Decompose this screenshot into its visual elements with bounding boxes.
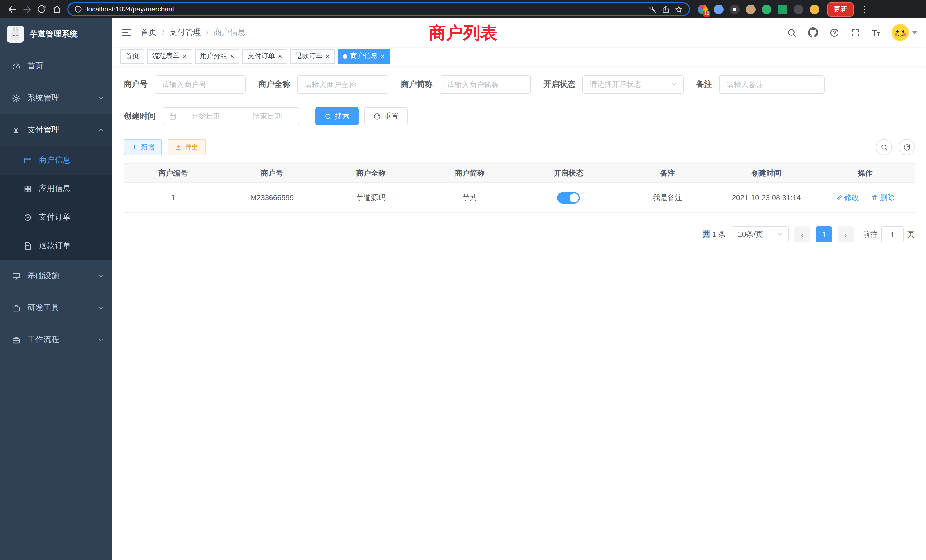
export-button[interactable]: 导出 (168, 139, 206, 155)
sidebar-item-infrastructure[interactable]: 基础设施 (0, 260, 112, 292)
tab-home[interactable]: 首页 (120, 49, 144, 64)
browser-menu-icon[interactable]: ⋮ (859, 4, 870, 14)
help-icon[interactable] (829, 28, 839, 37)
edit-button-label: 修改 (844, 192, 859, 203)
filter-buttons: 搜索 重置 (315, 107, 408, 126)
tab-pay-order[interactable]: 支付订单 × (242, 49, 287, 64)
close-icon[interactable]: × (325, 53, 330, 60)
chevron-down-icon (97, 304, 104, 311)
jump-suffix: 页 (907, 229, 915, 239)
filter-status: 开启状态 请选择开启状态 (543, 75, 684, 94)
toggle-search-button[interactable] (876, 139, 892, 155)
github-icon[interactable] (808, 27, 818, 38)
key-icon[interactable] (648, 5, 657, 14)
extension-icon[interactable] (809, 4, 819, 14)
tab-refund-order[interactable]: 退款订单 × (290, 49, 335, 64)
close-icon[interactable]: × (381, 53, 385, 60)
extension-icon[interactable] (794, 4, 803, 14)
page-size-select[interactable]: 10条/页 (732, 226, 788, 242)
breadcrumb: 首页 / 支付管理 / 商户信息 (141, 27, 246, 38)
tab-process-form[interactable]: 流程表单 × (147, 49, 192, 64)
search-button[interactable]: 搜索 (315, 107, 359, 126)
info-icon[interactable] (74, 5, 82, 13)
user-menu[interactable] (892, 24, 917, 41)
filter-remark: 备注 (696, 75, 825, 94)
remark-input[interactable] (719, 75, 825, 94)
monitor-icon (11, 272, 21, 280)
address-bar[interactable]: localhost:1024/pay/merchant (67, 2, 690, 16)
jump-page-input[interactable] (881, 226, 904, 242)
extension-icon[interactable] (746, 4, 755, 14)
back-icon[interactable] (5, 2, 20, 17)
fullscreen-icon[interactable] (850, 28, 860, 37)
browser-update-button[interactable]: 更新 (828, 2, 853, 16)
status-select[interactable]: 请选择开启状态 (582, 75, 684, 94)
logo-avatar (7, 26, 24, 43)
document-icon (23, 242, 32, 250)
toggle-knob (570, 193, 579, 202)
breadcrumb-payment[interactable]: 支付管理 (169, 27, 201, 38)
reset-button[interactable]: 重置 (365, 107, 408, 126)
edit-button[interactable]: 修改 (836, 192, 859, 203)
pagination-jump: 前往 页 (863, 226, 915, 242)
sidebar-item-refund-order[interactable]: 退款订单 (0, 232, 112, 260)
sidebar-item-dev-tools[interactable]: 研发工具 (0, 292, 112, 324)
forward-icon[interactable] (20, 2, 34, 17)
home-icon[interactable] (49, 2, 64, 17)
next-page-button[interactable]: › (838, 226, 853, 242)
sidebar-logo[interactable]: 芋道管理系统 (0, 18, 112, 50)
total-prefix: 共 (703, 230, 710, 238)
extension-icon[interactable] (778, 4, 787, 14)
prev-page-button[interactable]: ‹ (794, 226, 810, 242)
sidebar-item-label: 支付管理 (27, 125, 59, 135)
col-header-full-name: 商户全称 (322, 163, 421, 183)
sidebar-item-home[interactable]: 首页 (0, 50, 112, 82)
tab-user-group[interactable]: 用户分组 × (195, 49, 239, 64)
extension-icon[interactable] (762, 4, 772, 14)
extension-icon[interactable] (714, 4, 723, 14)
breadcrumb-home[interactable]: 首页 (141, 27, 157, 38)
delete-button[interactable]: 删除 (871, 192, 895, 203)
extensions-area: 10 (698, 4, 819, 14)
table-header-row: 商户编号 商户号 商户全称 商户简称 开启状态 备注 创建时间 操作 (124, 163, 915, 183)
chevron-down-icon (97, 95, 104, 101)
full-name-input[interactable] (297, 75, 388, 94)
merchant-no-input[interactable] (154, 75, 246, 94)
refresh-table-button[interactable] (899, 139, 915, 155)
sidebar-item-app-info[interactable]: 应用信息 (0, 174, 112, 203)
extension-icon[interactable] (730, 4, 740, 14)
close-icon[interactable]: × (183, 53, 187, 60)
merchant-no-label: 商户号 (124, 79, 148, 89)
start-date-placeholder: 开始日期 (180, 111, 232, 121)
share-icon[interactable] (661, 5, 670, 14)
full-name-label: 商户全称 (258, 79, 290, 89)
close-icon[interactable]: × (278, 53, 282, 60)
sidebar-item-pay-order[interactable]: 支付订单 (0, 203, 112, 232)
extension-badge: 10 (703, 11, 710, 16)
search-icon[interactable] (787, 28, 796, 37)
page-number-button[interactable]: 1 (816, 226, 832, 242)
create-time-range-picker[interactable]: 开始日期 - 结束日期 (162, 107, 300, 126)
extension-icon[interactable]: 10 (698, 4, 708, 14)
yen-icon: ¥ (11, 126, 21, 134)
page-size-value: 10条/页 (738, 229, 763, 239)
reset-button-label: 重置 (384, 111, 399, 121)
sidebar-item-system[interactable]: 系统管理 (0, 82, 112, 114)
sidebar-item-label: 研发工具 (27, 303, 59, 313)
status-toggle[interactable] (557, 192, 580, 203)
status-label: 开启状态 (543, 79, 575, 89)
pencil-icon (836, 194, 843, 201)
bookmark-star-icon[interactable] (675, 5, 683, 14)
font-size-icon[interactable]: TT (872, 28, 881, 37)
fold-menu-icon[interactable] (121, 27, 132, 38)
close-icon[interactable]: × (230, 53, 235, 60)
pagination: 共 1 条 10条/页 ‹ 1 › 前往 页 (124, 226, 915, 242)
sidebar-item-merchant-info[interactable]: 商户信息 (0, 146, 112, 174)
reload-icon[interactable] (34, 2, 49, 17)
sidebar-item-payment[interactable]: ¥ 支付管理 (0, 114, 112, 146)
short-name-input[interactable] (440, 75, 531, 94)
tab-merchant-info[interactable]: 商户信息 × (338, 49, 390, 64)
sidebar-item-workflow[interactable]: 工作流程 (0, 324, 112, 356)
cell-short-name: 芋艿 (420, 183, 519, 212)
add-button[interactable]: 新增 (124, 139, 162, 155)
